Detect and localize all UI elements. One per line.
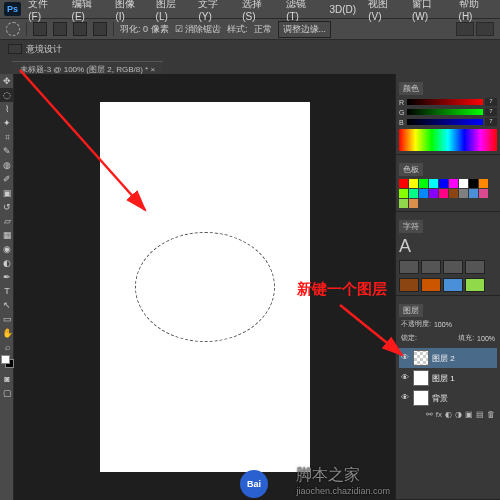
selection-mode-intersect[interactable] <box>93 22 107 36</box>
color-spectrum[interactable] <box>399 129 497 151</box>
selection-mode-subtract[interactable] <box>73 22 87 36</box>
visibility-icon[interactable]: 👁 <box>400 393 410 403</box>
healing-tool[interactable]: ◍ <box>0 158 14 172</box>
delete-layer-icon[interactable]: 🗑 <box>487 410 495 419</box>
menu-help[interactable]: 帮助(H) <box>454 0 496 22</box>
swatch[interactable] <box>429 179 438 188</box>
layer-style-icon[interactable]: fx <box>436 410 442 419</box>
swatch[interactable] <box>469 179 478 188</box>
menu-filter[interactable]: 滤镜(T) <box>281 0 322 22</box>
shape-tool[interactable]: ▭ <box>0 312 14 326</box>
history-brush-tool[interactable]: ↺ <box>0 200 14 214</box>
swatch[interactable] <box>409 179 418 188</box>
style-preview[interactable] <box>399 278 419 292</box>
swatch[interactable] <box>479 179 488 188</box>
menu-file[interactable]: 文件(F) <box>23 0 64 22</box>
pen-tool[interactable]: ✒ <box>0 270 14 284</box>
menu-layer[interactable]: 图层(L) <box>151 0 192 22</box>
eraser-tool[interactable]: ▱ <box>0 214 14 228</box>
menu-edit[interactable]: 编辑(E) <box>67 0 109 22</box>
r-value[interactable]: 7 <box>485 98 497 106</box>
menu-image[interactable]: 图像(I) <box>110 0 148 22</box>
layer-row[interactable]: 👁图层 1 <box>399 368 497 388</box>
crop-tool[interactable]: ⌗ <box>0 130 14 144</box>
visibility-icon[interactable]: 👁 <box>400 353 410 363</box>
swatch[interactable] <box>469 189 478 198</box>
swatch[interactable] <box>409 189 418 198</box>
swatch[interactable] <box>399 179 408 188</box>
visibility-icon[interactable]: 👁 <box>400 373 410 383</box>
screen-mode-tool[interactable]: ▢ <box>0 386 14 400</box>
color-panel-tab[interactable]: 颜色 <box>399 82 423 95</box>
swatch[interactable] <box>439 179 448 188</box>
blur-tool[interactable]: ◉ <box>0 242 14 256</box>
selection-mode-new[interactable] <box>33 22 47 36</box>
adjustment-layer-icon[interactable]: ◑ <box>455 410 462 419</box>
zoom-tool[interactable]: ⌕ <box>0 340 14 354</box>
r-slider[interactable] <box>407 99 483 105</box>
style-dropdown[interactable]: 正常 <box>254 23 272 36</box>
stamp-tool[interactable]: ▣ <box>0 186 14 200</box>
link-layers-icon[interactable]: ⚯ <box>426 410 433 419</box>
style-preview[interactable] <box>465 278 485 292</box>
character-panel-tab[interactable]: 字符 <box>399 220 423 233</box>
swatch[interactable] <box>459 189 468 198</box>
path-tool[interactable]: ↖ <box>0 298 14 312</box>
swatch[interactable] <box>449 179 458 188</box>
style-preview[interactable] <box>421 278 441 292</box>
g-value[interactable]: 7 <box>485 108 497 116</box>
swatches-panel-tab[interactable]: 色板 <box>399 163 423 176</box>
magic-wand-tool[interactable]: ✦ <box>0 116 14 130</box>
swatch[interactable] <box>439 189 448 198</box>
swatch[interactable] <box>419 189 428 198</box>
menu-3d[interactable]: 3D(D) <box>324 4 361 15</box>
nav-next-icon[interactable] <box>476 22 494 36</box>
fill-value[interactable]: 100% <box>477 335 495 342</box>
refine-edge-button[interactable]: 调整边缘... <box>278 21 332 38</box>
menu-type[interactable]: 文字(Y) <box>193 0 235 22</box>
selection-mode-add[interactable] <box>53 22 67 36</box>
layers-panel-tab[interactable]: 图层 <box>399 304 423 317</box>
type-tool[interactable]: T <box>0 284 14 298</box>
lasso-tool[interactable]: ⌇ <box>0 102 14 116</box>
gradient-tool[interactable]: ▦ <box>0 228 14 242</box>
quick-mask-tool[interactable]: ◙ <box>0 372 14 386</box>
nav-prev-icon[interactable] <box>456 22 474 36</box>
layer-row[interactable]: 👁背景 <box>399 388 497 408</box>
swatch[interactable] <box>399 189 408 198</box>
layers-panel: 图层 不透明度: 100% 锁定: 填充: 100% 👁图层 2👁图层 1👁背景… <box>396 296 500 500</box>
hand-tool[interactable]: ✋ <box>0 326 14 340</box>
opacity-value[interactable]: 100% <box>434 321 452 328</box>
group-icon[interactable]: ▣ <box>465 410 473 419</box>
canvas-area[interactable] <box>14 74 395 500</box>
folder-icon <box>8 44 22 54</box>
style-preview[interactable] <box>443 278 463 292</box>
eyedropper-tool[interactable]: ✎ <box>0 144 14 158</box>
color-swatches[interactable] <box>0 354 14 372</box>
swatch[interactable] <box>479 189 488 198</box>
tool-preset-icon[interactable] <box>6 22 20 36</box>
move-tool[interactable]: ✥ <box>0 74 14 88</box>
layer-mask-icon[interactable]: ◐ <box>445 410 452 419</box>
antialias-checkbox[interactable]: ☑ 消除锯齿 <box>175 23 222 36</box>
swatch[interactable] <box>459 179 468 188</box>
swatch[interactable] <box>419 179 428 188</box>
layer-row[interactable]: 👁图层 2 <box>399 348 497 368</box>
menu-view[interactable]: 视图(V) <box>363 0 405 22</box>
menu-window[interactable]: 窗口(W) <box>407 0 452 22</box>
marquee-tool[interactable]: ◌ <box>0 88 14 102</box>
dodge-tool[interactable]: ◐ <box>0 256 14 270</box>
g-slider[interactable] <box>407 109 483 115</box>
swatch[interactable] <box>409 199 418 208</box>
b-slider[interactable] <box>407 119 483 125</box>
layer-thumb <box>413 390 429 406</box>
document-canvas[interactable] <box>100 102 310 472</box>
menu-select[interactable]: 选择(S) <box>237 0 279 22</box>
swatch[interactable] <box>399 199 408 208</box>
swatch[interactable] <box>429 189 438 198</box>
b-value[interactable]: 7 <box>485 118 497 126</box>
foreground-color-swatch[interactable] <box>1 355 10 364</box>
swatch[interactable] <box>449 189 458 198</box>
brush-tool[interactable]: ✐ <box>0 172 14 186</box>
new-layer-icon[interactable]: ▤ <box>476 410 484 419</box>
